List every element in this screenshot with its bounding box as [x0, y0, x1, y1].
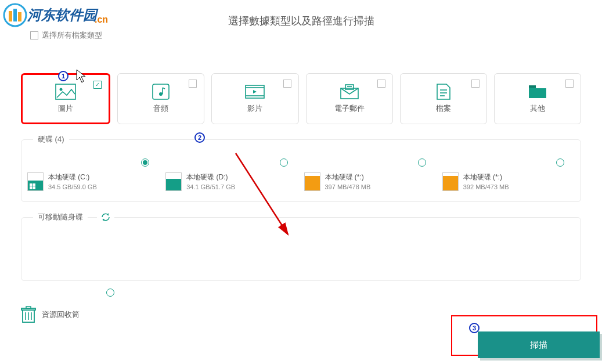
svg-marker-11: [253, 90, 257, 93]
removable-section-label: 可移動隨身碟: [33, 212, 88, 222]
watermark-logo: 河东软件园 .cn: [3, 3, 110, 27]
disk-icon: [165, 172, 182, 191]
disk-size: 392 MB/473 MB: [463, 183, 509, 190]
removable-disk-section: 可移動隨身碟: [21, 217, 581, 281]
select-all-label: 選擇所有檔案類型: [42, 30, 102, 41]
category-email-checkbox[interactable]: [377, 80, 385, 88]
category-document-checkbox[interactable]: [471, 80, 480, 88]
svg-rect-6: [153, 84, 169, 99]
category-other-checkbox[interactable]: [565, 80, 574, 88]
email-icon: [339, 84, 360, 100]
disk-name: 本地硬碟 (C:): [48, 172, 97, 182]
hard-disk-section-label: 硬碟 (4): [33, 134, 69, 145]
document-icon: [433, 84, 454, 100]
disk-icon: [304, 172, 320, 191]
svg-rect-30: [26, 307, 31, 308]
disk-size: 397 MB/478 MB: [325, 183, 371, 190]
watermark-text: 河东软件园: [27, 6, 97, 24]
select-all-checkbox[interactable]: [30, 31, 38, 39]
svg-rect-2: [13, 9, 17, 21]
category-email[interactable]: 電子郵件: [306, 73, 393, 124]
scan-button-label: 掃描: [530, 340, 547, 351]
trash-icon: [21, 306, 36, 323]
category-audio-checkbox[interactable]: [189, 80, 197, 88]
svg-rect-13: [345, 85, 354, 89]
svg-rect-1: [9, 11, 12, 21]
svg-rect-18: [529, 85, 536, 88]
disk-d[interactable]: 本地硬碟 (D:) 34.1 GB/51.7 GB: [165, 158, 298, 191]
scan-annotation-box: 掃描: [451, 315, 597, 356]
music-icon: [150, 84, 171, 100]
category-label: 圖片: [58, 103, 73, 114]
svg-point-5: [60, 88, 63, 91]
windows-icon: [30, 183, 35, 189]
category-label: 其他: [530, 103, 545, 114]
svg-rect-21: [30, 186, 32, 189]
svg-rect-20: [33, 183, 35, 186]
disk-name: 本地硬碟 (D:): [186, 172, 235, 182]
category-label: 電子郵件: [334, 103, 365, 114]
scan-button[interactable]: 掃描: [478, 331, 600, 358]
disk-name: 本地硬碟 (*:): [325, 172, 371, 182]
folder-icon: [527, 84, 548, 100]
category-label: 檔案: [436, 103, 451, 114]
category-images-checkbox[interactable]: ✓: [93, 81, 102, 89]
logo-icon: [3, 3, 27, 27]
svg-rect-3: [18, 12, 21, 21]
video-icon: [244, 84, 265, 100]
category-audio[interactable]: 音頻: [117, 73, 204, 124]
disk-list: 本地硬碟 (C:) 34.5 GB/59.0 GB 本地硬碟 (D:) 34.1…: [27, 158, 575, 191]
category-label: 影片: [247, 103, 262, 114]
disk-size: 34.5 GB/59.0 GB: [48, 183, 97, 190]
disk-icon: [442, 172, 459, 191]
hard-disk-section: 硬碟 (4) 本地硬碟 (C:) 34.5 GB/59.0 GB: [21, 139, 581, 202]
svg-rect-19: [30, 183, 32, 186]
select-all-file-types[interactable]: 選擇所有檔案類型: [30, 30, 102, 41]
disk-star1[interactable]: 本地硬碟 (*:) 397 MB/478 MB: [304, 158, 437, 191]
category-document[interactable]: 檔案: [400, 73, 487, 124]
refresh-icon[interactable]: [97, 212, 114, 225]
disk-c-radio[interactable]: [141, 158, 149, 167]
category-row: ✓ 圖片 音頻: [0, 28, 602, 124]
svg-rect-22: [33, 186, 35, 189]
disk-icon: [27, 172, 44, 191]
disk-radio[interactable]: [556, 158, 564, 167]
category-images[interactable]: ✓ 圖片: [21, 73, 110, 124]
category-video-checkbox[interactable]: [283, 80, 291, 88]
recycle-bin-label: 資源回收筒: [42, 309, 80, 320]
category-video[interactable]: 影片: [211, 73, 298, 124]
disk-c[interactable]: 本地硬碟 (C:) 34.5 GB/59.0 GB: [27, 158, 160, 191]
disk-star2[interactable]: 本地硬碟 (*:) 392 MB/473 MB: [442, 158, 575, 191]
category-other[interactable]: 其他: [494, 73, 581, 124]
recycle-bin-option[interactable]: 資源回收筒: [21, 306, 80, 323]
category-label: 音頻: [153, 103, 168, 114]
disk-name: 本地硬碟 (*:): [463, 172, 509, 182]
watermark-suffix: .cn: [95, 15, 108, 25]
disk-size: 34.1 GB/51.7 GB: [186, 183, 235, 190]
svg-rect-4: [56, 84, 75, 99]
recycle-bin-radio[interactable]: [106, 289, 114, 297]
svg-point-7: [159, 92, 163, 96]
disk-radio[interactable]: [418, 158, 426, 167]
image-icon: [55, 84, 76, 100]
disk-d-radio[interactable]: [280, 158, 288, 167]
